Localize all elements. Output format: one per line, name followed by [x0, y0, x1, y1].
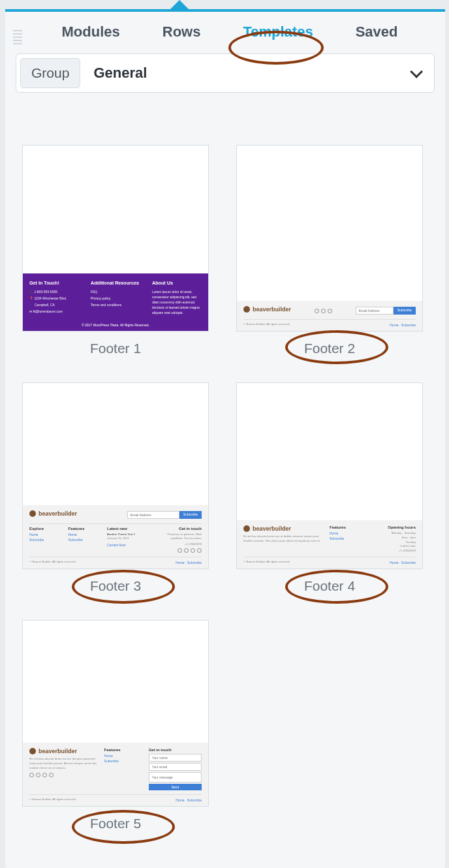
footer3-links: HomeSubscribe	[176, 561, 202, 565]
template-thumb: beaverbuilder Subscribe ExploreHomeSubsc…	[22, 382, 209, 569]
template-thumb: Get In Touch! 📞 1-800-555-5555 📍 1234 Wi…	[22, 145, 209, 332]
social-icons	[29, 773, 98, 777]
templates-grid: Get In Touch! 📞 1-800-555-5555 📍 1234 Wi…	[16, 127, 435, 858]
footer3-copyright: © Beaver Builder. All rights reserved.	[29, 560, 76, 565]
beaver-logo-icon	[29, 748, 36, 754]
email-input	[356, 307, 394, 315]
subscribe-button: Subscribe	[179, 511, 202, 519]
group-dropdown[interactable]: General	[80, 65, 434, 82]
preview-text: Eu ad has dicunta lorem nec et debitis o…	[243, 535, 323, 543]
footer1-address1: 📍 1234 Winchester Blvd.	[29, 296, 79, 301]
preview-phone: +1 (234)5678	[376, 549, 416, 553]
templates-scroll-area[interactable]: Get In Touch! 📞 1-800-555-5555 📍 1234 Wi…	[16, 127, 445, 861]
template-title: Footer 2	[236, 341, 423, 356]
footer1-col2-heading: Additional Resources	[91, 280, 140, 286]
template-title: Footer 5	[22, 816, 209, 831]
template-title: Footer 3	[22, 578, 209, 594]
footer1-privacy: Privacy policy	[91, 296, 140, 301]
preview-link: Home	[68, 533, 102, 536]
email-input	[127, 511, 179, 519]
col-heading: Get in touch	[167, 527, 202, 531]
preview-text: Call for later	[376, 544, 416, 549]
template-card-footer-3[interactable]: beaverbuilder Subscribe ExploreHomeSubsc…	[22, 382, 209, 594]
footer2-preview: beaverbuilder Subscribe © Beaver Builder…	[237, 301, 422, 331]
drag-handle-icon[interactable]	[13, 30, 22, 44]
chevron-down-icon	[410, 65, 423, 78]
preview-text: 8am - 5pm	[376, 536, 416, 540]
footer5-copyright: © Beaver Builder. All rights reserved.	[29, 798, 76, 802]
template-card-footer-5[interactable]: beaverbuilder Ea sit listas dicunta lore…	[22, 620, 209, 831]
group-selected-value: General	[93, 65, 147, 82]
preview-text: Ea sit listas dicunta lorem ea nec deniq…	[29, 757, 98, 770]
panel-pointer	[169, 0, 190, 10]
name-input	[149, 754, 202, 762]
preview-link: Home	[29, 533, 64, 536]
template-title: Footer 1	[22, 341, 209, 356]
tab-modules[interactable]: Modules	[62, 23, 120, 40]
preview-text: Another Theme Test 2	[107, 533, 163, 537]
footer1-about-text: Lorem ipsum dolor sit amet, consectetur …	[152, 289, 202, 315]
template-title: Footer 4	[236, 578, 423, 594]
col-heading: Latest new	[107, 527, 163, 531]
footer5-preview: beaverbuilder Ea sit listas dicunta lore…	[23, 743, 208, 806]
brand-logo: beaverbuilder	[243, 525, 323, 532]
footer2-links: HomeSubscribe	[390, 323, 416, 327]
footer3-preview: beaverbuilder Subscribe ExploreHomeSubsc…	[23, 505, 208, 568]
brand-logo: beaverbuilder	[243, 306, 291, 313]
preview-link: Contact Now	[107, 543, 163, 547]
beaver-logo-icon	[243, 306, 250, 313]
col-heading: Opening hours	[376, 525, 416, 529]
preview-link: Subscribe	[104, 759, 142, 763]
template-panel: Modules Rows Templates Saved Group Gener…	[5, 9, 445, 868]
footer1-preview: Get In Touch! 📞 1-800-555-5555 📍 1234 Wi…	[23, 273, 208, 331]
template-thumb: beaverbuilder Subscribe © Beaver Builder…	[236, 145, 423, 332]
brand-logo: beaverbuilder	[29, 510, 77, 517]
template-card-footer-1[interactable]: Get In Touch! 📞 1-800-555-5555 📍 1234 Wi…	[22, 145, 209, 356]
preview-phone: +1 (234)5678	[167, 542, 202, 547]
msg-input	[149, 772, 202, 783]
preview-link: Subscribe	[330, 536, 369, 540]
col-heading: Features	[104, 748, 142, 752]
footer4-copyright: © Beaver Builder. All rights reserved.	[243, 560, 290, 565]
group-label: Group	[20, 58, 80, 88]
tab-saved[interactable]: Saved	[356, 23, 398, 40]
beaver-logo-icon	[29, 510, 36, 517]
preview-text: Monday - Saturday	[376, 531, 416, 536]
brand-logo: beaverbuilder	[29, 748, 98, 754]
template-thumb: beaverbuilder Eu ad has dicunta lorem ne…	[236, 382, 423, 569]
template-card-footer-2[interactable]: beaverbuilder Subscribe © Beaver Builder…	[236, 145, 423, 356]
footer4-preview: beaverbuilder Eu ad has dicunta lorem ne…	[237, 520, 422, 568]
footer1-faq: FAQ	[91, 289, 140, 294]
footer1-phone: 📞 1-800-555-5555	[29, 289, 79, 294]
group-selector-row: Group General	[16, 54, 435, 93]
subscribe-button: Subscribe	[394, 307, 416, 315]
col-heading: Features	[68, 527, 102, 531]
beaver-logo-icon	[243, 525, 250, 532]
footer1-col3-heading: About Us	[152, 280, 202, 286]
template-thumb: beaverbuilder Ea sit listas dicunta lore…	[22, 620, 209, 807]
footer2-copyright: © Beaver Builder. All rights reserved.	[243, 322, 290, 327]
footer5-links: HomeSubscribe	[176, 798, 202, 802]
preview-link: Subscribe	[29, 538, 64, 542]
preview-link: Home	[104, 754, 142, 758]
footer1-terms: Terms and conditions	[91, 302, 140, 307]
tab-rows[interactable]: Rows	[163, 23, 201, 40]
footer1-address2: Campbell, CA	[29, 302, 79, 307]
preview-text: January 15, 2021	[107, 536, 163, 541]
send-button: Send	[149, 784, 202, 790]
footer1-copyright: © 2017 WordPress Theta. All Rights Reser…	[29, 323, 202, 327]
footer4-links: HomeSubscribe	[390, 561, 416, 565]
template-card-footer-4[interactable]: beaverbuilder Eu ad has dicunta lorem ne…	[236, 382, 423, 594]
tab-bar: Modules Rows Templates Saved	[5, 12, 445, 54]
tab-templates[interactable]: Templates	[243, 23, 313, 40]
email-input	[149, 763, 202, 771]
social-icons	[315, 309, 332, 313]
preview-link: Home	[330, 531, 369, 535]
col-heading: Features	[330, 525, 369, 529]
footer1-email: ✉ hi@loremipsum.com	[29, 309, 79, 314]
preview-text: Sunday	[376, 540, 416, 545]
col-heading: Explore	[29, 527, 64, 531]
social-icons	[167, 548, 202, 553]
col-heading: Get in touch	[149, 748, 202, 752]
preview-text: Possimus ut perfecto. Nibh repellatur. P…	[167, 533, 202, 541]
